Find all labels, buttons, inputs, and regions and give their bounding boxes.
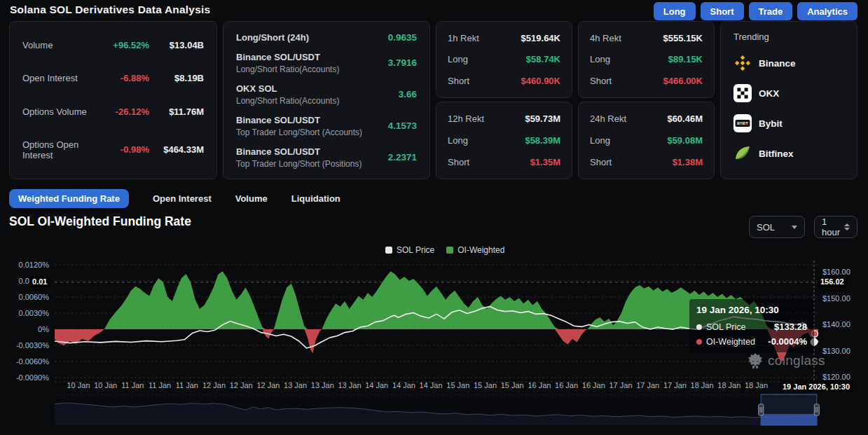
ratio-value: 4.1573: [388, 120, 417, 131]
trending-title: Trending: [733, 32, 844, 42]
symbol-select[interactable]: SOL: [749, 216, 805, 238]
x-tick-label: 17 Jan: [609, 381, 632, 389]
crosshair-date-badge: 19 Jan 2026, 10:30: [780, 381, 853, 392]
tooltip-row-sol-price: SOL Price $133.28: [696, 322, 807, 332]
rekt-panel-12h: 12h Rekt$59.73M Long$58.39M Short$1.35M: [436, 102, 572, 179]
ratio-label: Binance SOL/USDT: [236, 146, 388, 157]
x-tick-label: 18 Jan: [745, 381, 768, 389]
x-tick-label: 17 Jan: [636, 381, 659, 389]
rekt-short-value: $1.38M: [673, 157, 703, 167]
chart-tabs: Weighted Funding Rate Open Interest Volu…: [9, 188, 340, 208]
ratio-value: 2.2371: [388, 152, 417, 163]
navigator-left-handle[interactable]: [759, 404, 764, 415]
stat-label: Options Volume: [22, 106, 100, 117]
rekt-long-label: Long: [448, 135, 468, 146]
y-right-tick-label: $150.00: [822, 294, 850, 303]
x-tick-label: 16 Jan: [555, 381, 578, 389]
okx-icon: [733, 84, 752, 102]
y-right-tick-label: $120.00: [822, 373, 850, 381]
trending-item-bitfinex[interactable]: Bitfinex: [733, 144, 844, 163]
x-tick-label: 10 Jan: [94, 381, 117, 389]
rekt-short-label: Short: [448, 76, 469, 86]
stat-label: Volume: [22, 40, 100, 50]
tab-weighted-funding-rate[interactable]: Weighted Funding Rate: [9, 189, 129, 208]
analytics-button[interactable]: Analytics: [797, 2, 857, 20]
short-button[interactable]: Short: [701, 2, 744, 20]
y-left-tick-label: 0.0060%: [19, 293, 50, 301]
crosshair-right-value-badge: 156.02: [818, 276, 847, 287]
stat-row-options-volume: Options Volume -26.12% $11.76M: [22, 106, 204, 117]
navigator-right-handle[interactable]: [814, 404, 819, 415]
rekt-panel-1h: 1h Rekt$519.64K Long$58.74K Short$460.90…: [436, 21, 572, 98]
legend-item-sol-price[interactable]: SOL Price: [385, 245, 434, 255]
chart-navigator[interactable]: [0, 394, 868, 435]
y-right-tick-label: $130.00: [822, 347, 850, 355]
ratio-sublabel: Long/Short Ratio(Accounts): [236, 64, 388, 74]
trending-item-bybit[interactable]: BYBIT Bybit: [733, 114, 844, 132]
ratio-sublabel: Top Trader Long/Short (Accounts): [236, 127, 388, 137]
rekt-panel-4h: 4h Rekt$555.15K Long$89.15K Short$466.00…: [578, 21, 715, 98]
rekt-total: $519.64K: [521, 33, 560, 43]
topbar-buttons: Long Short Trade Analytics: [654, 2, 857, 20]
tab-volume[interactable]: Volume: [235, 193, 268, 204]
stat-change: -0.98%: [100, 144, 149, 155]
svg-text:BYBIT: BYBIT: [737, 121, 748, 125]
legend-label: OI-Weighted: [457, 245, 504, 255]
x-tick-label: 10 Jan: [67, 381, 90, 389]
derivatives-dashboard: Solana SOL Derivatives Data Analysis Lon…: [0, 0, 868, 435]
rekt-long-label: Long: [448, 54, 468, 64]
x-tick-label: 11 Jan: [149, 381, 171, 389]
x-axis-labels: 10 Jan10 Jan11 Jan11 Jan11 Jan12 Jan12 J…: [67, 381, 768, 389]
rekt-total: $555.15K: [663, 33, 703, 43]
rekt-total: $60.46M: [667, 113, 703, 124]
trade-button[interactable]: Trade: [749, 2, 793, 20]
x-tick-label: 13 Jan: [338, 381, 361, 389]
series-dot-icon: [696, 324, 702, 330]
rekt-short-label: Short: [448, 157, 469, 167]
trending-item-label: Bitfinex: [759, 149, 794, 159]
stat-label: Open Interest: [22, 73, 100, 83]
rekt-short-value: $460.90K: [521, 76, 560, 86]
stat-panels-row: Volume +96.52% $13.04B Open Interest -6.…: [9, 21, 857, 179]
ratio-row: Binance SOL/USDT Top Trader Long/Short (…: [236, 146, 417, 169]
chart-legend: SOL Price OI-Weighted: [385, 245, 504, 255]
stat-value: $11.76M: [149, 106, 204, 117]
x-tick-label: 12 Jan: [256, 381, 280, 389]
trending-item-binance[interactable]: Binance: [733, 54, 844, 72]
rekt-short-value: $466.00K: [663, 76, 703, 86]
x-tick-label: 11 Jan: [121, 381, 144, 389]
x-tick-label: 14 Jan: [365, 381, 388, 389]
x-tick-label: 16 Jan: [528, 381, 551, 389]
legend-item-oi-weighted[interactable]: OI-Weighted: [446, 245, 504, 255]
long-button[interactable]: Long: [654, 2, 696, 20]
long-short-ratio-panel: Long/Short (24h) 0.9635 Binance SOL/USDT…: [223, 21, 430, 179]
interval-select[interactable]: 1 hour: [814, 216, 857, 238]
x-tick-label: 13 Jan: [311, 381, 334, 389]
x-tick-label: 18 Jan: [717, 381, 740, 389]
rekt-short-label: Short: [590, 157, 612, 167]
rekt-long-label: Long: [590, 135, 610, 146]
tab-liquidation[interactable]: Liquidation: [291, 193, 340, 204]
ratio-value: 3.66: [399, 89, 417, 99]
x-tick-label: 17 Jan: [663, 381, 687, 389]
y-left-tick-label: -0.0060%: [16, 357, 49, 366]
trending-item-okx[interactable]: OKX: [733, 84, 844, 102]
stat-change: -6.88%: [100, 73, 149, 83]
trending-item-label: OKX: [759, 88, 779, 99]
rekt-panel-24h: 24h Rekt$60.46M Long$59.08M Short$1.38M: [578, 102, 715, 179]
funding-rate-chart: SOL Price OI-Weighted coinglass 0.0120%0…: [0, 242, 868, 394]
bybit-icon: BYBIT: [733, 114, 752, 132]
ratio-label: Binance SOL/USDT: [236, 115, 388, 125]
stat-label: Options Open Interest: [22, 139, 100, 160]
tooltip-label: SOL Price: [706, 322, 774, 332]
rekt-long-value: $58.39M: [525, 135, 560, 146]
y-left-tick-label: -0.0090%: [16, 373, 49, 382]
ratio-sublabel: Long/Short Ratio(Accounts): [236, 96, 399, 106]
ratio-row: Binance SOL/USDT Long/Short Ratio(Accoun…: [236, 52, 417, 74]
rekt-long-value: $59.08M: [667, 135, 703, 146]
rekt-title: 24h Rekt: [590, 113, 626, 124]
tab-open-interest[interactable]: Open Interest: [153, 193, 212, 204]
interval-select-value: 1 hour: [822, 216, 841, 237]
legend-swatch: [385, 247, 392, 254]
spinner-arrows-icon: [844, 223, 850, 230]
